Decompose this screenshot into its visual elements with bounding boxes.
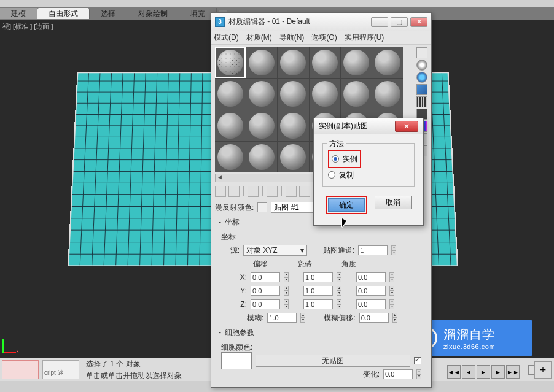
make-unique-icon[interactable] <box>286 186 297 197</box>
chevron-down-icon: ▾ <box>300 246 304 255</box>
ribbon-tab-objpaint[interactable]: 对象绘制 <box>127 8 179 19</box>
y-tile-spinner[interactable]: 1.0 <box>303 286 333 296</box>
material-slot[interactable] <box>215 142 246 172</box>
pick-color-icon[interactable] <box>257 202 267 212</box>
cellular-rollout-header[interactable]: - 细胞参数 <box>215 327 427 338</box>
copy-radio-label: 复制 <box>339 170 354 180</box>
menu-utilities[interactable]: 实用程序(U) <box>345 33 384 43</box>
cancel-button[interactable]: 取消 <box>375 196 412 209</box>
put-to-library-icon[interactable] <box>299 186 310 197</box>
method-group: 方法 实例 复制 <box>322 143 415 187</box>
ok-button-highlight: 确定 <box>326 196 367 214</box>
variation-spinner[interactable]: 0.0 <box>383 369 413 379</box>
blur-label: 模糊: <box>247 313 263 323</box>
material-slot[interactable] <box>215 47 246 78</box>
material-slot[interactable] <box>341 47 372 78</box>
material-slot[interactable] <box>246 110 277 141</box>
instance-dialog-title: 实例(副本)贴图 <box>319 121 368 131</box>
material-slot[interactable] <box>341 79 372 109</box>
material-slot[interactable] <box>372 79 403 109</box>
sample-uv-icon[interactable] <box>416 84 427 95</box>
material-slot[interactable] <box>310 47 340 78</box>
play-icon[interactable]: ► <box>477 365 490 379</box>
y-angle-spinner[interactable]: 0.0 <box>356 286 386 296</box>
sample-type-icon[interactable] <box>416 47 427 58</box>
viewport-label: 视] [标准 ] [边面 ] <box>2 22 53 31</box>
cell-color-label: 细胞颜色: <box>221 342 252 353</box>
next-key-icon[interactable]: ►► <box>506 365 520 379</box>
instance-radio[interactable] <box>332 155 339 163</box>
y-offset-spinner[interactable]: 0.0 <box>251 286 280 296</box>
zoom-extents-icon[interactable]: + <box>534 361 552 379</box>
z-tile-spinner[interactable]: 1.0 <box>303 299 333 309</box>
material-slot[interactable] <box>278 142 308 172</box>
background-icon[interactable] <box>416 72 427 83</box>
assign-material-icon[interactable] <box>248 186 259 197</box>
cell-map-enable-check[interactable] <box>414 357 421 364</box>
close-button[interactable]: ✕ <box>410 17 427 27</box>
prev-frame-icon[interactable]: ◄ <box>462 365 475 379</box>
blur-offset-spinner[interactable]: 0.0 <box>359 313 389 323</box>
get-material-icon[interactable] <box>215 186 226 197</box>
material-editor-titlebar[interactable]: 3 材质编辑器 - 01 - Default — ▢ ✕ <box>211 13 431 31</box>
material-slot[interactable] <box>215 79 246 109</box>
cell-map-none-button[interactable]: 无贴图 <box>256 355 410 367</box>
menu-modes[interactable]: 模式(D) <box>214 33 239 43</box>
material-slot[interactable] <box>215 110 246 141</box>
material-slot[interactable] <box>246 142 277 172</box>
blur-spinner[interactable]: 1.0 <box>267 313 297 323</box>
cell-color-swatch[interactable] <box>221 352 252 369</box>
map-channel-spinner[interactable]: 1 <box>358 245 388 255</box>
source-value: 对象 XYZ <box>246 245 278 256</box>
maxscript-mini-listener[interactable]: cript 迷 <box>42 360 79 379</box>
z-offset-spinner[interactable]: 0.0 <box>251 299 280 309</box>
x-offset-spinner[interactable]: 0.0 <box>251 272 280 282</box>
material-slot[interactable] <box>278 47 308 78</box>
coords-subtitle: 坐标 <box>221 232 236 242</box>
backlight-icon[interactable] <box>416 60 427 71</box>
video-check-icon[interactable] <box>416 96 427 107</box>
col-offset: 偏移 <box>253 259 268 269</box>
y-label: Y: <box>221 286 247 295</box>
material-editor-title: 材质编辑器 - 01 - Default <box>228 17 371 27</box>
blur-offset-label: 模糊偏移: <box>324 313 355 323</box>
map-channel-label: 贴图通道: <box>323 245 354 256</box>
minimize-button[interactable]: — <box>371 17 388 27</box>
z-angle-spinner[interactable]: 0.0 <box>356 299 386 309</box>
ribbon-tab-freeform[interactable]: 自由形式 <box>37 8 90 19</box>
source-label: 源: <box>221 245 240 256</box>
prev-key-icon[interactable]: ◄◄ <box>447 365 461 379</box>
maximize-button[interactable]: ▢ <box>391 17 408 27</box>
instance-dialog-titlebar[interactable]: 实例(副本)贴图 ✕ <box>314 118 423 134</box>
cell-title: 细胞参数 <box>225 328 254 338</box>
instance-copy-dialog: 实例(副本)贴图 ✕ 方法 实例 复制 确定 取消 <box>313 118 424 226</box>
material-slot[interactable] <box>278 79 308 109</box>
col-angle: 角度 <box>341 259 356 269</box>
collapse-icon: - <box>219 328 221 337</box>
ok-button[interactable]: 确定 <box>328 198 365 212</box>
material-slot[interactable] <box>310 79 340 109</box>
reset-map-icon[interactable] <box>267 186 278 197</box>
coords-title: 坐标 <box>225 217 240 228</box>
material-slot[interactable] <box>246 79 277 109</box>
z-label: Z: <box>221 300 247 309</box>
coordinates-rollout: - 坐标 坐标 源: 对象 XYZ ▾ 贴图通道: 1 ▴▾ 偏移 瓷砖 <box>215 217 427 326</box>
app-icon: 3 <box>215 17 225 27</box>
x-angle-spinner[interactable]: 0.0 <box>356 272 386 282</box>
source-dropdown[interactable]: 对象 XYZ ▾ <box>243 245 307 256</box>
material-slot[interactable] <box>246 47 277 78</box>
material-slot[interactable] <box>278 110 308 141</box>
material-slot[interactable] <box>372 47 403 78</box>
axis-gizmo: x <box>2 334 21 353</box>
copy-radio[interactable] <box>328 171 335 179</box>
menu-navigate[interactable]: 导航(N) <box>279 33 305 43</box>
menu-material[interactable]: 材质(M) <box>246 33 272 43</box>
x-tile-spinner[interactable]: 1.0 <box>303 272 333 282</box>
menu-options[interactable]: 选项(O) <box>311 33 337 43</box>
dialog-close-button[interactable]: ✕ <box>395 121 418 132</box>
method-legend: 方法 <box>327 139 346 149</box>
ribbon-tab-select[interactable]: 选择 <box>90 8 127 19</box>
put-to-scene-icon[interactable] <box>228 186 240 197</box>
ribbon-tab-modeling[interactable]: 建模 <box>0 8 37 19</box>
next-frame-icon[interactable]: ► <box>491 365 505 379</box>
